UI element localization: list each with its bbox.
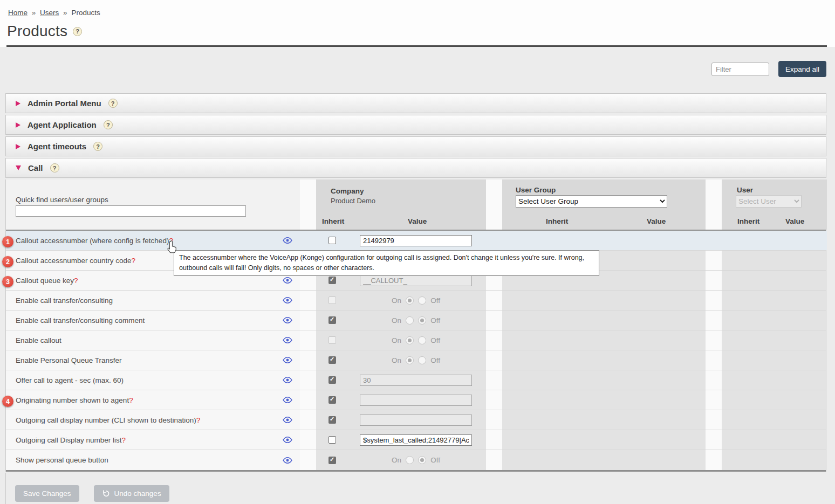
user-column-header: User Select User Inherit Value <box>722 179 827 230</box>
eye-icon[interactable] <box>283 277 292 284</box>
radio-off <box>418 456 426 464</box>
user-value-cell <box>722 370 827 390</box>
column-gap <box>486 370 502 390</box>
user-group-select[interactable]: Select User Group <box>516 195 667 208</box>
breadcrumb-users-link[interactable]: Users <box>40 9 59 17</box>
setting-help-icon[interactable]: ? <box>74 277 78 285</box>
expand-all-button[interactable]: Expand all <box>778 61 826 77</box>
eye-icon[interactable] <box>283 316 292 324</box>
column-gap <box>706 251 722 270</box>
section-label: Call <box>28 163 43 172</box>
column-gap <box>300 310 316 330</box>
column-gap <box>706 390 722 410</box>
breadcrumb: Home » Users » Products <box>8 9 100 17</box>
setting-help-icon[interactable]: ? <box>129 396 133 404</box>
radio-on <box>406 356 414 364</box>
breadcrumb-current: Products <box>71 9 100 17</box>
column-gap <box>300 231 316 250</box>
inherit-checkbox[interactable] <box>328 237 336 244</box>
page-title: Products <box>7 23 67 40</box>
page-help-icon[interactable]: ? <box>73 27 82 36</box>
user-value-cell <box>722 330 827 350</box>
radio-off-label: Off <box>430 336 440 344</box>
section-help-icon[interactable]: ? <box>93 142 102 151</box>
settings-row: Enable call transfer/consultingOnOff <box>6 291 826 310</box>
setting-label: Outgoing call display number (CLI shown … <box>16 416 200 424</box>
on-off-radio-group: OnOff <box>360 456 472 464</box>
eye-icon[interactable] <box>283 356 292 364</box>
breadcrumb-home-link[interactable]: Home <box>8 9 28 17</box>
user-value-cell <box>722 231 827 250</box>
company-value-cell: OnOff <box>316 291 486 310</box>
section-bar-admin-portal-menu[interactable]: Admin Portal Menu? <box>5 93 826 113</box>
eye-icon[interactable] <box>283 396 292 404</box>
setting-label: Enable call transfer/consulting comment <box>16 316 145 325</box>
undo-changes-button[interactable]: Undo changes <box>94 485 169 502</box>
company-value-cell <box>316 370 486 390</box>
setting-help-icon[interactable]: ? <box>196 416 201 424</box>
setting-label: Originating number shown to agent? <box>16 396 133 404</box>
setting-label-cell: Outgoing call display number (CLI shown … <box>6 410 300 430</box>
save-changes-button[interactable]: Save Changes <box>15 485 79 502</box>
setting-label-cell: Enable call transfer/consulting <box>6 291 300 310</box>
section-bar-agent-application[interactable]: Agent Application? <box>5 115 826 135</box>
quick-find-label: Quick find users/user groups <box>16 196 108 204</box>
section-bar-agent-timeouts[interactable]: Agent timeouts? <box>5 136 826 156</box>
user-group-value-cell <box>502 291 706 310</box>
eye-icon[interactable] <box>283 416 292 424</box>
radio-on <box>406 336 414 344</box>
company-inherit-header: Inherit <box>322 217 344 225</box>
column-gap <box>486 330 502 350</box>
on-off-radio-group: OnOff <box>360 316 472 325</box>
company-value-cell <box>316 390 486 410</box>
toolbar: Expand all <box>711 61 826 77</box>
company-name: Product Demo <box>331 197 375 205</box>
eye-icon[interactable] <box>283 376 292 384</box>
eye-icon[interactable] <box>283 436 292 444</box>
eye-icon[interactable] <box>283 237 292 244</box>
radio-off <box>418 336 426 344</box>
radio-off <box>418 316 426 325</box>
value-input[interactable] <box>360 434 472 446</box>
radio-on-label: On <box>392 456 401 464</box>
column-gap <box>486 291 502 310</box>
column-gap <box>300 291 316 310</box>
setting-help-icon[interactable]: ? <box>132 257 136 265</box>
section-bar-call[interactable]: Call? <box>5 158 826 178</box>
user-group-column-header: User Group Select User Group Inherit Val… <box>502 179 706 230</box>
section-help-icon[interactable]: ? <box>104 120 113 129</box>
column-gap <box>486 430 502 450</box>
section-label: Agent timeouts <box>28 142 86 151</box>
eye-icon[interactable] <box>283 336 292 344</box>
section-help-icon[interactable]: ? <box>108 99 118 108</box>
inherit-checkbox <box>328 396 336 404</box>
breadcrumb-separator: » <box>32 9 36 17</box>
setting-label-cell: Outgoing call Display number list? <box>6 430 300 450</box>
chevron-down-icon <box>16 165 21 170</box>
filter-input[interactable] <box>711 63 769 76</box>
setting-help-icon[interactable]: ? <box>122 436 126 444</box>
column-gap <box>300 330 316 350</box>
column-gap <box>706 231 722 250</box>
inherit-checkbox[interactable] <box>328 436 336 444</box>
radio-on-label: On <box>392 356 401 364</box>
company-value-cell: OnOff <box>316 350 486 370</box>
user-select: Select User <box>736 195 802 208</box>
setting-label-cell: Show personal queue button <box>6 450 300 470</box>
company-value-cell: OnOff <box>316 310 486 330</box>
step-badge-1: 1 <box>2 236 13 247</box>
radio-off-label: Off <box>430 296 440 305</box>
radio-off <box>418 356 426 364</box>
company-value-cell <box>316 410 486 430</box>
settings-row: Enable calloutOnOff <box>6 330 826 350</box>
user-value-cell <box>722 450 827 470</box>
company-title: Company <box>331 187 364 195</box>
radio-on <box>406 456 414 464</box>
section-help-icon[interactable]: ? <box>50 163 59 172</box>
quick-find-input[interactable] <box>16 205 246 217</box>
eye-icon[interactable] <box>283 457 292 464</box>
on-off-radio-group: OnOff <box>360 336 472 344</box>
eye-icon[interactable] <box>283 296 292 304</box>
value-input[interactable] <box>360 235 472 246</box>
company-value-cell <box>316 231 486 250</box>
